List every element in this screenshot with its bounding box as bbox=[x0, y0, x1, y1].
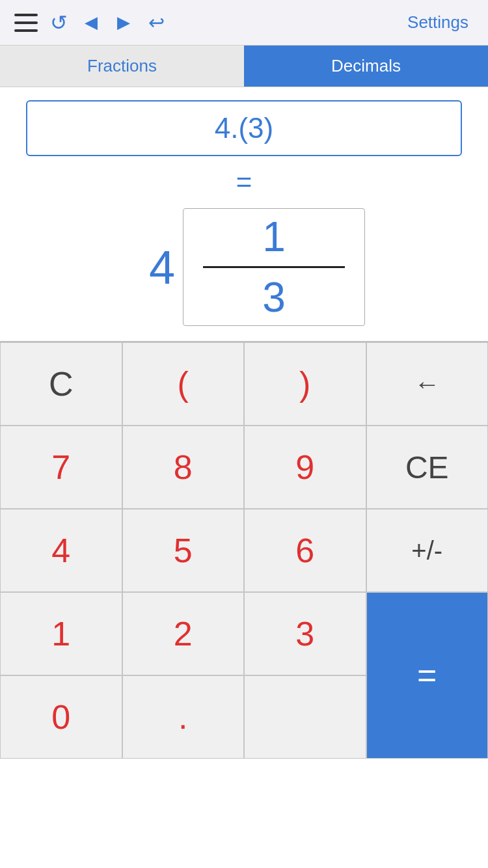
display-area: 4.(3) = 4 1 3 bbox=[0, 87, 488, 341]
key-empty bbox=[244, 675, 366, 759]
key-6[interactable]: 6 bbox=[244, 509, 366, 592]
key-open-paren[interactable]: ( bbox=[122, 342, 245, 426]
fraction-line bbox=[203, 266, 345, 268]
hamburger-icon[interactable] bbox=[13, 10, 39, 36]
key-9[interactable]: 9 bbox=[244, 426, 366, 509]
key-4[interactable]: 4 bbox=[0, 509, 122, 592]
key-close-paren[interactable]: ) bbox=[244, 342, 366, 426]
undo-icon[interactable]: ↩ bbox=[143, 10, 169, 36]
key-backspace[interactable]: ← bbox=[366, 342, 489, 426]
whole-number-display: 4 bbox=[123, 241, 175, 294]
svg-rect-0 bbox=[14, 14, 38, 16]
tab-fractions[interactable]: Fractions bbox=[0, 46, 244, 87]
reload-icon[interactable]: ↺ bbox=[46, 10, 72, 36]
input-display: 4.(3) bbox=[26, 100, 462, 156]
svg-rect-1 bbox=[14, 21, 38, 24]
key-7[interactable]: 7 bbox=[0, 426, 122, 509]
key-equals[interactable]: = bbox=[366, 592, 489, 759]
forward-icon[interactable]: ▶ bbox=[111, 10, 137, 36]
settings-button[interactable]: Settings bbox=[401, 12, 475, 33]
mode-tabs: Fractions Decimals bbox=[0, 46, 488, 87]
key-plus-minus[interactable]: +/- bbox=[366, 509, 489, 592]
key-1[interactable]: 1 bbox=[0, 592, 122, 675]
fraction-box: 1 3 bbox=[183, 208, 365, 326]
denominator-display: 3 bbox=[203, 269, 345, 321]
equals-display: = bbox=[236, 167, 252, 198]
key-2[interactable]: 2 bbox=[122, 592, 245, 675]
result-row: 4 1 3 bbox=[26, 208, 462, 326]
key-dot[interactable]: . bbox=[122, 675, 245, 759]
key-5[interactable]: 5 bbox=[122, 509, 245, 592]
key-ce[interactable]: CE bbox=[366, 426, 489, 509]
keypad: C ( ) ← 7 8 9 CE 4 5 6 +/- 1 2 3 = 0 . bbox=[0, 341, 488, 759]
key-8[interactable]: 8 bbox=[122, 426, 245, 509]
key-clear[interactable]: C bbox=[0, 342, 122, 426]
key-3[interactable]: 3 bbox=[244, 592, 366, 675]
top-bar: ↺ ◀ ▶ ↩ Settings bbox=[0, 0, 488, 46]
svg-rect-2 bbox=[14, 29, 38, 32]
numerator-display: 1 bbox=[203, 213, 345, 265]
back-icon[interactable]: ◀ bbox=[78, 10, 104, 36]
tab-decimals[interactable]: Decimals bbox=[244, 46, 488, 87]
key-0[interactable]: 0 bbox=[0, 675, 122, 759]
